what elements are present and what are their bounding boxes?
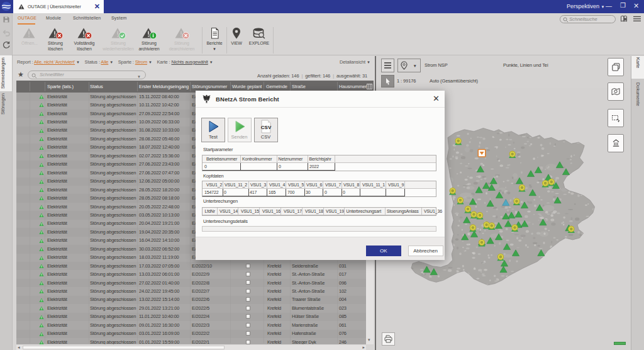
svg-text:CSV: CSV [260,125,271,130]
